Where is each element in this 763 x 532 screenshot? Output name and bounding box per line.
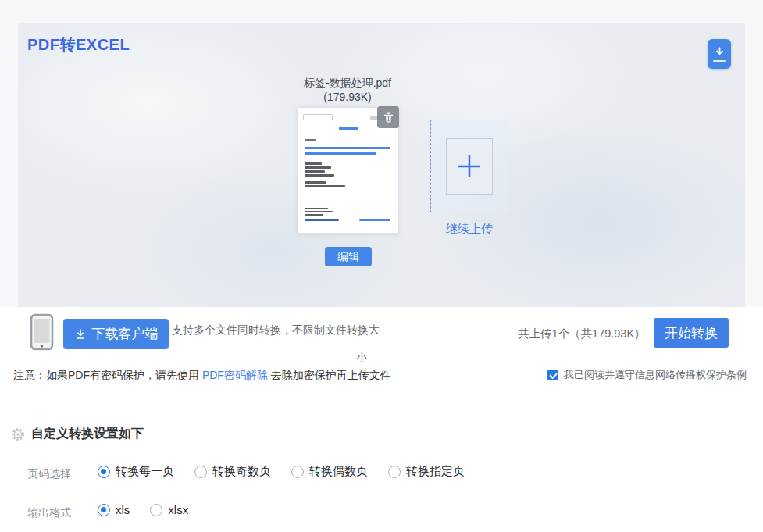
agreement-checkbox[interactable] [547,370,558,380]
thumb-line-graphic [305,170,325,173]
thumb-link-graphic [305,152,376,155]
notice-prefix: 注意：如果PDF有密码保护，请先使用 [13,369,202,381]
page-title: PDF转EXCEL [27,34,130,55]
radio-convert-odd-pages[interactable]: 转换奇数页 [194,464,271,479]
plus-icon [456,153,483,180]
upload-summary-text: 共上传1个（共179.93K） [518,327,646,341]
radio-label: xls [116,503,130,516]
thumb-line-graphic [305,174,334,177]
thumb-line-graphic [305,139,316,141]
thumb-title-graphic [339,127,358,130]
thumb-link-graphic [305,147,390,149]
output-format-options: xls xlsx [98,503,188,516]
radio-label: 转换奇数页 [212,464,271,479]
edit-file-button[interactable]: 编辑 [325,247,372,266]
radio-label: xlsx [168,503,188,516]
thumb-line-graphic [305,166,331,169]
radio-label: 转换指定页 [406,464,465,479]
radio-icon [291,466,304,478]
continue-upload-dropzone[interactable] [430,120,508,212]
settings-divider [92,448,746,448]
settings-header: 自定义转换设置如下 [10,426,144,442]
agreement-label: 我已阅读并遵守信息网络传播权保护条例 [564,368,747,382]
uploaded-file-name: 标签-数据处理.pdf [269,77,426,91]
pdf-password-remove-link[interactable]: PDF密码解除 [202,369,268,381]
radio-format-xls[interactable]: xls [98,503,130,516]
radio-icon [150,504,162,516]
radio-convert-even-pages[interactable]: 转换偶数页 [291,464,368,479]
radio-icon [98,466,110,478]
thumb-line-graphic [305,185,345,187]
delete-file-button[interactable] [377,106,399,128]
radio-icon [98,504,110,516]
thumb-link-graphic [359,219,390,221]
thumb-field-graphic [303,114,333,120]
upload-panel: PDF转EXCEL 标签-数据处理.pdf (179.93K) [18,23,745,307]
radio-label: 转换每一页 [116,464,174,479]
radio-convert-specified-pages[interactable]: 转换指定页 [388,464,465,479]
radio-format-xlsx[interactable]: xlsx [150,503,188,516]
page-select-options: 转换每一页 转换奇数页 转换偶数页 转换指定页 [98,464,465,479]
radio-label: 转换偶数页 [309,464,368,479]
trash-icon [383,112,394,123]
radio-icon [388,466,401,478]
download-icon [74,328,87,341]
radio-icon [194,466,207,478]
download-client-button[interactable]: 下载客户端 [63,319,169,349]
floating-download-button[interactable] [708,39,731,69]
mini-text-bar [713,60,726,62]
continue-upload-label[interactable]: 继续上传 [430,222,508,237]
upload-placeholder-frame [446,138,493,195]
thumb-line-graphic [305,211,333,212]
thumb-line-graphic [305,208,328,209]
agreement-row: 我已阅读并遵守信息网络传播权保护条例 [547,368,747,382]
page-select-label: 页码选择 [27,467,71,481]
uploaded-file-size: (179.93K) [269,91,426,103]
output-format-label: 输出格式 [27,506,71,520]
notice-suffix: 去除加密保护再上传文件 [268,369,391,381]
support-note: 支持多个文件同时转换，不限制文件转换大 小 [172,320,383,366]
support-note-line2: 小 [172,348,383,366]
thumb-line-graphic [305,162,322,165]
support-note-line1: 支持多个文件同时转换，不限制文件转换大 [172,320,383,339]
download-icon [714,46,726,58]
start-convert-button[interactable]: 开始转换 [654,318,729,348]
gear-icon [10,427,26,442]
password-notice: 注意：如果PDF有密码保护，请先使用 PDF密码解除 去除加密保护再上传文件 [13,369,391,383]
thumb-line-graphic [305,219,339,221]
radio-convert-every-page[interactable]: 转换每一页 [98,464,174,479]
mobile-phone-icon [30,313,54,354]
download-client-label: 下载客户端 [92,325,159,343]
thumb-line-graphic [305,181,326,184]
pdf-to-excel-page: PDF转EXCEL 标签-数据处理.pdf (179.93K) [0,0,763,532]
thumb-line-graphic [305,214,323,216]
settings-title: 自定义转换设置如下 [31,426,144,442]
